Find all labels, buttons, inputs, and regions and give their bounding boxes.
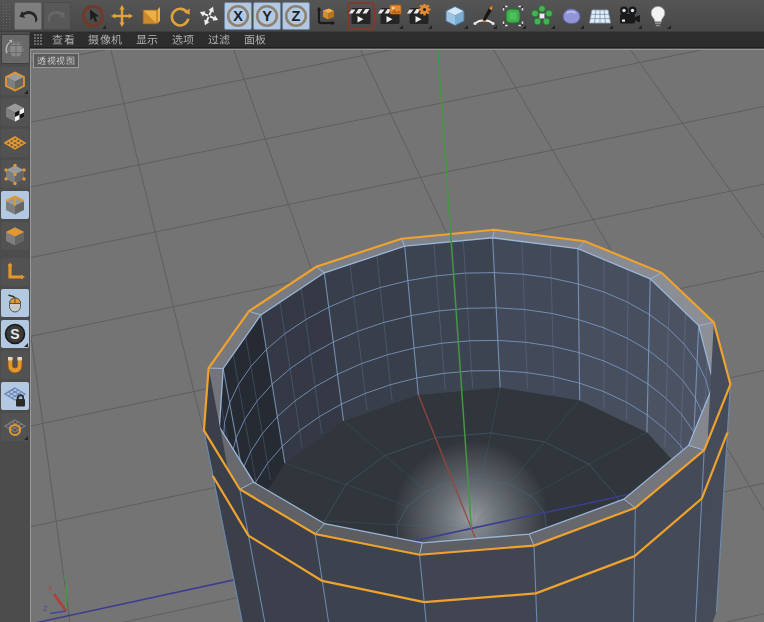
toolbar-button-environment-floor[interactable] <box>586 2 614 30</box>
sidebar-button-edges-mode[interactable] <box>1 191 29 219</box>
viewport-menubar <box>30 32 764 48</box>
flyout-corner <box>464 25 468 29</box>
toolbar-button-last-tool[interactable] <box>195 2 223 30</box>
toolbar-button-lock-x[interactable]: X <box>224 2 252 30</box>
svg-text:Y: Y <box>63 574 68 581</box>
flyout-corner <box>493 25 497 29</box>
left-tool-sidebar: S <box>0 32 30 622</box>
axis-lock-letter: Y <box>262 7 272 23</box>
lock-y-icon: Y <box>255 4 279 28</box>
toolbar-button-subdivision-surface[interactable] <box>499 2 527 30</box>
flyout-corner <box>399 25 403 29</box>
toolbar-grip-icon[interactable] <box>2 3 11 29</box>
menubar-grip-icon[interactable] <box>34 34 46 46</box>
sidebar-button-polygons-mode[interactable] <box>1 222 29 250</box>
viewport-menu-display[interactable] <box>136 32 159 48</box>
toolbar-button-modeling-objects[interactable] <box>528 2 556 30</box>
toolbar-button-pen-spline[interactable] <box>470 2 498 30</box>
sidebar-button-workplane-mode[interactable] <box>1 129 29 157</box>
flyout-corner <box>551 25 555 29</box>
flyout-corner <box>580 25 584 29</box>
toolbar-button-redo[interactable] <box>43 2 71 30</box>
toolbar-button-live-selection[interactable] <box>79 2 107 30</box>
flyout-corner <box>522 25 526 29</box>
sidebar-button-enable-axis[interactable] <box>1 258 29 286</box>
svg-text:Z: Z <box>43 605 48 612</box>
edges-cube-icon <box>3 193 27 217</box>
viewport-3d-scene[interactable] <box>31 50 764 622</box>
scale-tool-icon <box>139 4 163 28</box>
sidebar-button-magnet-snap[interactable] <box>1 351 29 379</box>
lock-x-icon: X <box>226 4 250 28</box>
toolbar-button-render-view[interactable] <box>347 2 375 30</box>
sidebar-button-snap[interactable]: S <box>1 320 29 348</box>
flyout-corner <box>102 25 106 29</box>
toolbar-button-light[interactable] <box>644 2 672 30</box>
flyout-corner <box>24 436 28 440</box>
texture-cube-icon <box>3 100 27 124</box>
viewport-menu-options[interactable] <box>172 32 195 48</box>
viewport-menu-filter[interactable] <box>208 32 231 48</box>
sidebar-button-points-mode[interactable] <box>1 160 29 188</box>
grip-dot <box>40 37 42 39</box>
make-editable-icon <box>2 36 28 62</box>
svg-text:S: S <box>10 326 19 342</box>
application-window: XYZ S Y X Z <box>0 0 764 622</box>
sidebar-button-workplane-options[interactable] <box>1 413 29 441</box>
viewport-menu-panel[interactable] <box>244 32 267 48</box>
viewport-menu-view[interactable] <box>52 32 75 48</box>
sidebar-button-lock-workplane[interactable] <box>1 382 29 410</box>
world-axis-gizmo: Y X Z <box>41 564 93 616</box>
points-cube-icon <box>3 162 27 186</box>
undo-icon <box>16 4 40 28</box>
toolbar-button-render-settings[interactable] <box>405 2 433 30</box>
grip-dot <box>37 43 39 45</box>
sidebar-button-make-editable[interactable] <box>1 34 30 64</box>
workplane-grid-icon <box>3 131 27 155</box>
grip-dot <box>40 34 42 36</box>
grip-dot <box>37 40 39 42</box>
toolbar-button-move[interactable] <box>108 2 136 30</box>
toolbar-button-undo[interactable] <box>14 2 42 30</box>
top-toolbar: XYZ <box>0 0 764 32</box>
toolbar-button-render-picture-viewer[interactable] <box>376 2 404 30</box>
flyout-corner <box>638 25 642 29</box>
grip-dot <box>34 37 36 39</box>
flyout-corner <box>667 25 671 29</box>
rotate-tool-icon <box>168 4 192 28</box>
redo-icon <box>45 4 69 28</box>
toolbar-button-coord-system[interactable] <box>311 2 339 30</box>
mouse-icon <box>3 291 27 315</box>
viewport-3d: Y X Z <box>30 49 764 622</box>
magnet-icon <box>3 353 27 377</box>
viewport-menu-cameras[interactable] <box>88 32 123 48</box>
toolbar-button-volume[interactable] <box>557 2 585 30</box>
grip-dot <box>40 43 42 45</box>
flyout-corner <box>428 25 432 29</box>
sidebar-button-model-mode[interactable] <box>1 67 29 95</box>
toolbar-separator <box>71 2 78 30</box>
grip-dot <box>34 40 36 42</box>
view-label[interactable] <box>33 53 79 68</box>
lock-z-icon: Z <box>284 4 308 28</box>
grip-dot <box>34 34 36 36</box>
grip-dot <box>40 40 42 42</box>
grip-dot <box>37 37 39 39</box>
clapperboard-icon <box>349 4 373 28</box>
sidebar-button-viewport-solo[interactable] <box>1 289 29 317</box>
toolbar-separator <box>339 2 346 30</box>
axis-l-icon <box>3 260 27 284</box>
toolbar-button-scale[interactable] <box>137 2 165 30</box>
toolbar-button-camera[interactable] <box>615 2 643 30</box>
reorder-arrows-icon <box>197 4 221 28</box>
toolbar-button-rotate[interactable] <box>166 2 194 30</box>
toolbar-button-add-cube[interactable] <box>441 2 469 30</box>
flyout-corner <box>24 343 28 347</box>
toolbar-button-lock-z[interactable]: Z <box>282 2 310 30</box>
sidebar-button-texture-mode[interactable] <box>1 98 29 126</box>
move-tool-icon <box>110 4 134 28</box>
coordinate-cube-icon <box>313 4 337 28</box>
toolbar-button-lock-y[interactable]: Y <box>253 2 281 30</box>
grip-dot <box>37 34 39 36</box>
polygons-cube-icon <box>3 224 27 248</box>
